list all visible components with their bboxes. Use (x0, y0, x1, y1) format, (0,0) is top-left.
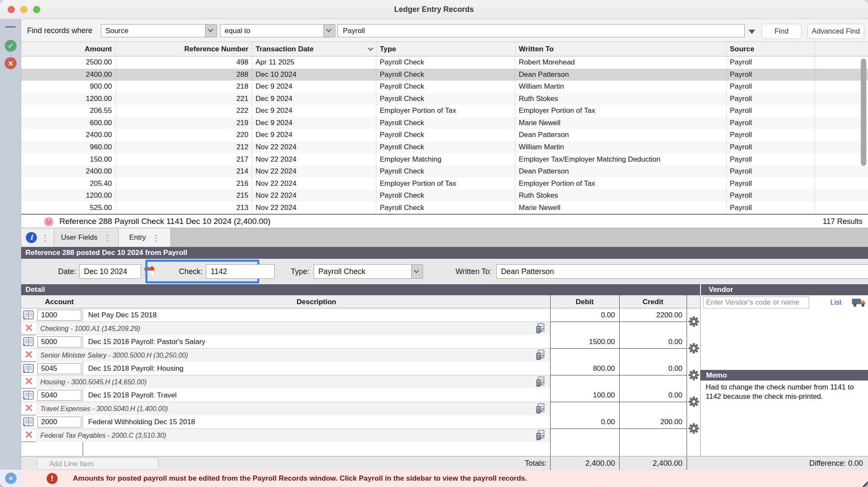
table-row[interactable]: 206.55222Dec 9 2024Employer Portion of T… (21, 105, 868, 117)
kebab-menu-icon[interactable]: ⋮ (103, 234, 111, 242)
find-field-select-button[interactable] (205, 25, 217, 37)
credit-input[interactable]: 0.00 (619, 335, 687, 349)
account-input[interactable]: 2000 (37, 417, 81, 428)
delete-line-icon[interactable]: × (22, 428, 35, 442)
delete-line-icon[interactable]: × (22, 348, 35, 361)
tab-info[interactable]: i ⋮ (21, 228, 54, 247)
table-row[interactable]: 150.00217Nov 22 2024Employer MatchingEmp… (21, 153, 868, 165)
delete-line-icon[interactable]: × (22, 321, 35, 335)
results-scrollbar[interactable] (861, 57, 867, 210)
gear-icon[interactable] (688, 343, 699, 356)
truck-icon[interactable] (851, 297, 866, 308)
find-operator-select-button[interactable] (323, 25, 335, 37)
table-row[interactable]: 960.00212Nov 22 2024Payroll CheckWilliam… (21, 141, 868, 154)
column-header-source[interactable]: Source (726, 42, 815, 56)
gear-icon[interactable] (688, 423, 699, 436)
calculator-icon[interactable] (536, 430, 545, 442)
tab-entry[interactable]: Entry ⋮ (119, 228, 171, 247)
table-row[interactable]: 600.00219Dec 9 2024Payroll CheckMarie Ne… (21, 117, 868, 129)
delete-line-icon[interactable]: × (22, 401, 35, 415)
empty-line-item-row[interactable] (21, 442, 700, 456)
credit-input[interactable]: 0.00 (619, 362, 687, 375)
debit-input[interactable]: 1500.00 (550, 335, 619, 349)
credit-input[interactable]: 0.00 (619, 389, 687, 402)
find-button[interactable]: Find (762, 24, 801, 39)
tab-user-fields[interactable]: User Fields ⋮ (54, 228, 119, 247)
date-input[interactable]: Dec 10 2024 (79, 264, 141, 279)
memo-text[interactable]: Had to change the check number from 1141… (706, 383, 858, 401)
table-cell: Employer Tax/Employer Matching Deduction (515, 153, 726, 165)
gear-icon[interactable] (688, 396, 699, 409)
account-input[interactable]: 5000 (37, 336, 81, 347)
resize-grip[interactable] (862, 481, 868, 487)
debit-input[interactable]: 800.00 (550, 362, 619, 375)
vendor-input[interactable]: Enter Vendor's code or name (703, 297, 809, 308)
delete-line-icon[interactable]: × (22, 375, 35, 388)
debit-input[interactable]: 100.00 (550, 389, 619, 402)
cancel-record-button[interactable]: × (5, 57, 17, 69)
credit-input[interactable]: 200.00 (619, 415, 687, 429)
column-header-amount[interactable]: Amount (21, 42, 115, 56)
column-header-written-to[interactable]: Written To (515, 42, 726, 56)
check-icon: ✓ (8, 42, 14, 50)
debit-input[interactable]: 0.00 (550, 415, 619, 429)
description-input[interactable]: Dec 15 2018 Payroll: Housing (83, 362, 550, 375)
table-row[interactable]: 525.00213Nov 22 2024Payroll CheckMarie N… (21, 202, 868, 214)
credit-input[interactable]: 2200.00 (619, 308, 687, 322)
table-row[interactable]: 1200.00215Nov 22 2024Payroll CheckRuth S… (21, 190, 868, 202)
save-record-button[interactable]: ✓ (5, 40, 17, 52)
written-to-input[interactable]: Dean Patterson (496, 264, 868, 279)
description-input[interactable]: Dec 15 2018 Payroll: Pastor's Salary (83, 335, 550, 348)
results-table-header: Amount Reference Number Transaction Date… (21, 42, 868, 56)
account-input[interactable]: 5040 (37, 390, 81, 401)
expand-sidebar-button[interactable]: » (5, 473, 17, 484)
detail-line-item[interactable]: ×5040Dec 15 2018 Payroll: TravelTravel E… (21, 389, 700, 415)
table-row[interactable]: 1200.00221Dec 9 2024Payroll CheckRuth St… (21, 93, 868, 105)
account-input[interactable]: 1000 (37, 310, 81, 321)
results-scrollbar-thumb[interactable] (861, 59, 866, 166)
column-header-type[interactable]: Type (376, 42, 515, 56)
table-cell: Payroll Check (376, 69, 515, 81)
table-row[interactable]: 2400.00220Dec 9 2024Payroll CheckDean Pa… (21, 129, 868, 141)
gear-icon[interactable] (688, 369, 699, 383)
debit-input[interactable]: 0.00 (550, 308, 619, 322)
advanced-find-button[interactable]: Advanced Find (807, 24, 864, 39)
description-input[interactable]: Dec 15 2018 Payroll: Travel (83, 389, 550, 402)
calculator-icon[interactable] (536, 350, 545, 362)
table-row[interactable]: 900.00218Dec 9 2024Payroll CheckWilliam … (21, 81, 868, 93)
table-row[interactable]: 2400.00288Dec 10 2024Payroll CheckDean P… (21, 69, 868, 81)
column-header-reference-number[interactable]: Reference Number (115, 42, 252, 56)
table-cell: Payroll (726, 117, 815, 129)
kebab-menu-icon[interactable]: ⋮ (41, 234, 49, 242)
type-select[interactable]: Payroll Check (314, 264, 423, 279)
table-row[interactable]: 2400.00214Nov 22 2024Payroll CheckDean P… (21, 165, 868, 178)
description-input[interactable]: Net Pay Dec 15 2018 (83, 308, 550, 322)
add-line-item-button[interactable]: Add Line Item (37, 457, 158, 470)
table-cell: Dean Patterson (515, 69, 726, 81)
sidebar-collapse-handle[interactable] (6, 26, 16, 28)
account-input[interactable]: 5045 (37, 363, 81, 374)
type-select-button[interactable] (411, 265, 423, 278)
column-header-transaction-date[interactable]: Transaction Date (252, 42, 376, 56)
find-value-input[interactable]: Payroll (337, 24, 745, 37)
table-row[interactable]: 205.40216Nov 22 2024Employer Portion of … (21, 177, 868, 190)
calculator-icon[interactable] (536, 403, 545, 416)
gear-icon[interactable] (688, 316, 699, 329)
kebab-menu-icon[interactable]: ⋮ (152, 234, 160, 242)
vendor-list-link[interactable]: List (830, 297, 841, 308)
table-cell (815, 105, 860, 117)
detail-line-item[interactable]: ×5000Dec 15 2018 Payroll: Pastor's Salar… (21, 335, 700, 362)
detail-line-item[interactable]: ×5045Dec 15 2018 Payroll: HousingHousing… (21, 362, 700, 389)
table-cell: Marie Newell (515, 117, 726, 129)
detail-line-item[interactable]: ×2000Federal Withholding Dec 15 2018Fede… (21, 415, 700, 442)
table-cell: 498 (115, 56, 252, 69)
table-row[interactable]: 2500.00498Apr 11 2025Payroll CheckRobert… (21, 56, 868, 69)
find-operator-select[interactable]: equal to (220, 24, 335, 37)
detail-line-item[interactable]: ×1000Net Pay Dec 15 2018Checking - 1000.… (21, 308, 700, 335)
calculator-icon[interactable] (536, 376, 545, 389)
calculator-icon[interactable] (536, 323, 545, 336)
find-field-select[interactable]: Source (101, 24, 217, 37)
find-options-dropdown-icon[interactable] (748, 30, 755, 34)
check-input[interactable]: 1142 (206, 264, 275, 279)
description-input[interactable]: Federal Withholding Dec 15 2018 (83, 415, 550, 428)
